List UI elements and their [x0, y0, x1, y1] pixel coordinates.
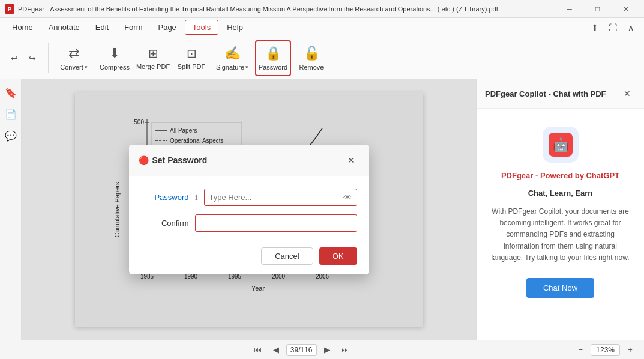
app-icon: P	[5, 4, 14, 14]
merge-pdf-button[interactable]: ⊞ Merge PDF	[135, 40, 171, 76]
signature-button[interactable]: ✍ Signature ▾	[212, 40, 253, 76]
split-icon: ⊡	[187, 46, 197, 61]
dialog-body: Password ℹ 👁 Confirm	[129, 176, 369, 241]
undo-button[interactable]: ↩	[6, 50, 23, 67]
dialog-icon: 🔴	[139, 155, 149, 165]
redo-button[interactable]: ↪	[24, 50, 41, 67]
pdf-page: Cumulative Papers 0 100 200 300 400 500	[75, 92, 423, 327]
dialog-title: 🔴 Set Password	[139, 155, 208, 165]
password-field-row: Password ℹ 👁	[141, 189, 357, 206]
sidebar-bookmark-icon[interactable]: 🔖	[2, 84, 19, 101]
convert-label: Convert	[60, 64, 83, 71]
menu-home[interactable]: Home	[5, 20, 40, 34]
merge-icon: ⊞	[148, 46, 158, 61]
set-password-dialog: 🔴 Set Password ✕ Password ℹ 👁	[129, 145, 369, 274]
copilot-logo: 🤖	[543, 127, 579, 163]
compress-button[interactable]: ⬇ Compress	[97, 40, 133, 76]
split-label: Split PDF	[178, 63, 205, 70]
sidebar-pages-icon[interactable]: 📄	[2, 106, 19, 122]
close-button[interactable]: ✕	[612, 0, 639, 18]
panel-title: PDFgear Copilot - Chat with PDF	[485, 89, 606, 98]
title-bar: P PDFgear - Assessment of the Benefits o…	[0, 0, 644, 18]
password-input[interactable]	[205, 189, 357, 205]
convert-icon: ⇄	[68, 46, 79, 61]
fullscreen-button[interactable]: ⛶	[604, 19, 621, 36]
signature-icon: ✍	[224, 46, 241, 61]
toolbar-history: ↩ ↪	[6, 50, 41, 67]
remove-button[interactable]: 🔓 Remove	[293, 40, 330, 76]
menu-tools[interactable]: Tools	[185, 20, 218, 35]
cancel-button[interactable]: Cancel	[261, 247, 313, 265]
dialog-overlay: 🔴 Set Password ✕ Password ℹ 👁	[75, 92, 423, 327]
pdf-viewer: Cumulative Papers 0 100 200 300 400 500	[22, 79, 476, 340]
right-panel-content: 🤖 PDFgear - Powered by ChatGPT Chat, Lea…	[477, 109, 644, 340]
copilot-tagline: Chat, Learn, Earn	[528, 189, 593, 198]
copilot-brand: PDFgear - Powered by ChatGPT	[501, 171, 619, 180]
last-page-button[interactable]: ⏭	[337, 342, 353, 358]
left-sidebar: 🔖 📄 💬	[0, 79, 22, 340]
zoom-value[interactable]: 123%	[591, 344, 620, 356]
info-icon[interactable]: ℹ	[195, 193, 198, 202]
zoom-out-button[interactable]: −	[573, 342, 588, 358]
title-left: P PDFgear - Assessment of the Benefits o…	[5, 4, 498, 14]
password-input-wrapper: 👁	[204, 189, 357, 206]
zoom-controls: − 123% +	[573, 342, 638, 358]
toolbar: ↩ ↪ ⇄ Convert ▾ ⬇ Compress ⊞ Merge PDF ⊡…	[0, 37, 644, 79]
minimize-button[interactable]: ─	[556, 0, 583, 18]
chat-now-button[interactable]: Chat Now	[526, 278, 594, 298]
remove-icon: 🔓	[304, 46, 320, 61]
password-button[interactable]: 🔒 Password	[255, 40, 291, 76]
menu-help[interactable]: Help	[220, 20, 250, 34]
confirm-field-row: Confirm	[141, 214, 357, 232]
status-bar: ⏮ ◀ 39/116 ▶ ⏭ − 123% +	[0, 340, 644, 359]
share-button[interactable]: ⬆	[586, 19, 603, 36]
signature-dropdown-arrow: ▾	[245, 64, 248, 70]
signature-label: Signature	[216, 64, 244, 71]
main-layout: 🔖 📄 💬 Cumulative Papers 0 100 200 300	[0, 79, 644, 340]
current-page: 39	[290, 346, 298, 354]
maximize-button[interactable]: □	[584, 0, 611, 18]
convert-dropdown-arrow: ▾	[85, 64, 88, 70]
ok-button[interactable]: OK	[319, 247, 357, 265]
dialog-header: 🔴 Set Password ✕	[129, 145, 369, 176]
nav-controls: ⏮ ◀ 39/116 ▶ ⏭	[250, 342, 353, 358]
menu-form[interactable]: Form	[117, 20, 149, 34]
prev-page-button[interactable]: ◀	[268, 342, 284, 358]
menu-bar: Home Annotate Edit Form Page Tools Help …	[0, 18, 644, 37]
sidebar-comment-icon[interactable]: 💬	[2, 127, 19, 144]
svg-text:🤖: 🤖	[552, 137, 569, 153]
expand-button[interactable]: ∧	[622, 19, 639, 36]
window-controls: ─ □ ✕	[556, 0, 639, 18]
confirm-field-label: Confirm	[141, 219, 189, 228]
first-page-button[interactable]: ⏮	[250, 342, 266, 358]
next-page-button[interactable]: ▶	[319, 342, 335, 358]
confirm-input[interactable]	[195, 214, 357, 232]
page-indicator[interactable]: 39/116	[286, 344, 317, 356]
password-field-label: Password	[141, 193, 189, 202]
password-icon: 🔒	[265, 46, 281, 61]
compress-label: Compress	[100, 64, 130, 71]
dialog-close-button[interactable]: ✕	[343, 152, 360, 169]
menu-annotate[interactable]: Annotate	[41, 20, 87, 34]
menu-edit[interactable]: Edit	[88, 20, 116, 34]
dialog-footer: Cancel OK	[129, 241, 369, 274]
right-panel: PDFgear Copilot - Chat with PDF ✕ 🤖 PDFg…	[476, 79, 644, 340]
total-pages: 116	[300, 346, 312, 354]
eye-icon[interactable]: 👁	[343, 193, 352, 202]
zoom-in-button[interactable]: +	[622, 342, 638, 358]
right-panel-header: PDFgear Copilot - Chat with PDF ✕	[477, 79, 644, 109]
remove-label: Remove	[299, 64, 324, 71]
convert-button[interactable]: ⇄ Convert ▾	[53, 40, 94, 76]
right-panel-close-button[interactable]: ✕	[619, 85, 636, 102]
copilot-description: With PDFgear Copilot, your documents are…	[489, 206, 632, 264]
merge-label: Merge PDF	[136, 63, 170, 70]
separator-1	[48, 43, 49, 73]
password-label: Password	[259, 64, 287, 71]
title-text: PDFgear - Assessment of the Benefits of …	[18, 5, 498, 13]
menu-page[interactable]: Page	[151, 20, 183, 34]
split-pdf-button[interactable]: ⊡ Split PDF	[173, 40, 209, 76]
compress-icon: ⬇	[109, 46, 120, 61]
